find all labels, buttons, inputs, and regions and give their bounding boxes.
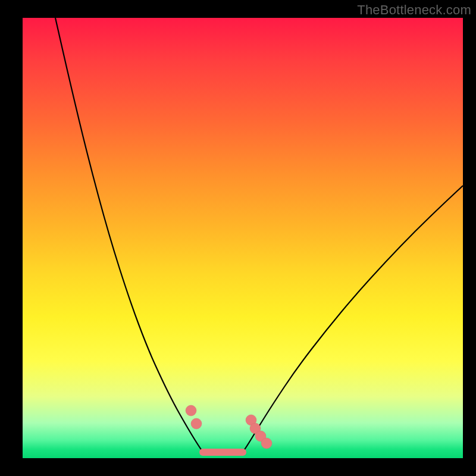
chart-frame: TheBottleneck.com [0,0,476,476]
data-dot [186,405,196,416]
dot-cluster-left [186,405,202,429]
dot-cluster-right [246,415,272,449]
bottleneck-curve [23,18,463,458]
data-dot [261,438,272,449]
curve-left-branch [55,18,203,452]
data-dot [191,418,202,429]
watermark-text: TheBottleneck.com [357,2,471,18]
plot-area [23,18,463,458]
curve-right-branch [243,186,463,452]
